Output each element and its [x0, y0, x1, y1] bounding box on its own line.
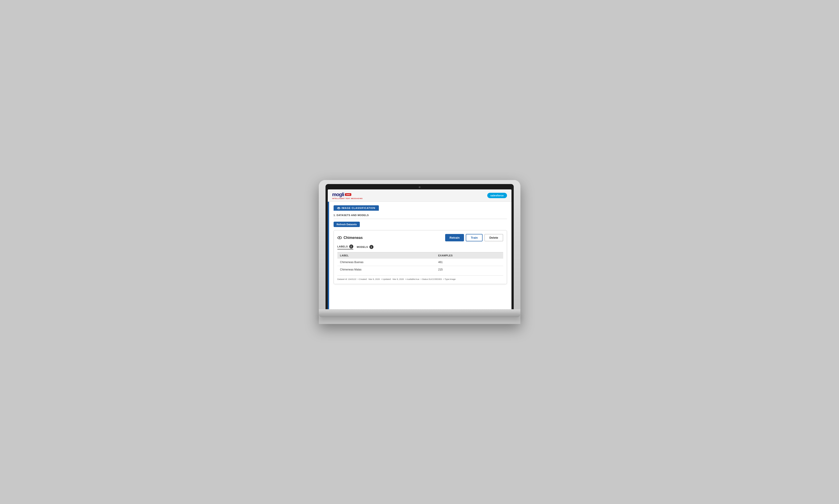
dataset-eye-icon [337, 236, 342, 239]
page-tab-bar: IMAGE CLASSIFICATION [334, 205, 507, 211]
laptop-bottom [319, 314, 521, 317]
dataset-card: Chimeneas Retrain Train Delete LABEL [334, 230, 507, 284]
meta-updated-date: Mar 8, 2020 [392, 278, 404, 280]
card-tabs: LABELS 2 MODELS 1 [337, 245, 503, 249]
delete-button[interactable]: Delete [484, 234, 503, 241]
col-label-header: LABEL [337, 252, 436, 258]
train-button[interactable]: Train [466, 234, 483, 241]
labels-tab-label: LABELS [337, 245, 348, 248]
tab-label: IMAGE CLASSIFICATION [342, 206, 375, 209]
dataset-actions: Retrain Train Delete [445, 234, 503, 241]
salesforce-badge: salesforce [487, 193, 507, 198]
main-area: IMAGE CLASSIFICATION 1. DATASETS AND MOD… [329, 202, 511, 309]
logo-sms-badge: SMS [345, 193, 351, 196]
meta-type: • Type:image [443, 278, 456, 280]
table-row: Chimeneas Buenas461 [337, 258, 503, 266]
logo-mogli: mogli SMS [332, 192, 363, 197]
app-header: mogli SMS INTELLIGENT TEXT MESSAGING sal… [328, 190, 511, 202]
models-badge: 1 [369, 245, 373, 249]
refresh-datasets-button[interactable]: Refresh Datasets [334, 222, 360, 227]
dataset-meta: Dataset id: 1043122 • Created: Mar 8, 20… [337, 275, 503, 280]
meta-dataset-id: Dataset id: 1043122 [337, 278, 356, 280]
labels-badge: 2 [349, 245, 353, 249]
meta-created-label: • Created: [358, 278, 367, 280]
screen-bezel: mogli SMS INTELLIGENT TEXT MESSAGING sal… [326, 184, 514, 309]
col-examples-header: EXAMPLES [436, 252, 503, 258]
meta-available: • Available:true [405, 278, 419, 280]
laptop-base [319, 309, 521, 314]
logo-area: mogli SMS INTELLIGENT TEXT MESSAGING [332, 192, 363, 199]
dataset-name-label: Chimeneas [344, 236, 363, 240]
table-header-row: LABEL EXAMPLES [337, 252, 503, 258]
meta-status: • Status:SUCCEEDED [421, 278, 442, 280]
row-examples: 461 [436, 258, 503, 266]
camera-dot [419, 186, 420, 188]
logo-tagline: INTELLIGENT TEXT MESSAGING [332, 198, 363, 199]
row-examples: 215 [436, 266, 503, 273]
row-label: Chimeneas Malas [337, 266, 436, 273]
logo-text: mogli [332, 192, 344, 197]
dataset-header: Chimeneas Retrain Train Delete [337, 234, 503, 241]
row-label: Chimeneas Buenas [337, 258, 436, 266]
table-body: Chimeneas Buenas461Chimeneas Malas215 [337, 258, 503, 273]
dataset-name-area: Chimeneas [337, 236, 363, 240]
image-classification-tab[interactable]: IMAGE CLASSIFICATION [334, 205, 379, 211]
laptop-screen: mogli SMS INTELLIGENT TEXT MESSAGING sal… [328, 190, 511, 309]
labels-table: LABEL EXAMPLES Chimeneas Buenas461Chimen… [337, 252, 503, 273]
section-divider [334, 219, 507, 219]
meta-created-date: Mar 8, 2020 [369, 278, 380, 280]
laptop-reflection [319, 317, 521, 324]
app-content: IMAGE CLASSIFICATION 1. DATASETS AND MOD… [328, 202, 511, 309]
retrain-button[interactable]: Retrain [445, 234, 464, 241]
meta-updated-label: • Updated: [381, 278, 391, 280]
table-row: Chimeneas Malas215 [337, 266, 503, 273]
eye-icon [337, 207, 340, 209]
laptop-container: mogli SMS INTELLIGENT TEXT MESSAGING sal… [319, 180, 521, 324]
section-title: 1. DATASETS AND MODELS [334, 214, 507, 217]
labels-tab[interactable]: LABELS 2 [337, 245, 353, 249]
models-tab-label: MODELS [357, 246, 368, 248]
models-tab[interactable]: MODELS 1 [357, 245, 373, 249]
